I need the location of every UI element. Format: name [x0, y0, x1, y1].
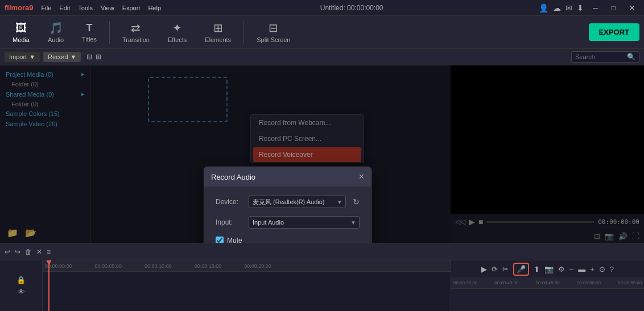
toolbar-media[interactable]: 🖼 Media	[5, 19, 38, 45]
lock-icon[interactable]: 🔒	[16, 276, 26, 284]
eye-icon[interactable]: 👁	[18, 288, 25, 296]
menu-bar: File Edit Tools View Export Help	[38, 3, 164, 13]
timeline-toolbar: ↩ ↪ 🗑 ✕ ≡	[0, 243, 644, 260]
titles-icon: T	[86, 22, 93, 34]
zoom-slider[interactable]: ▬	[578, 265, 585, 273]
transition-icon: ⇄	[131, 21, 141, 35]
toolbar-elements-label: Elements	[205, 36, 231, 43]
audio-icon: 🎵	[49, 21, 63, 35]
ruler-right-1: 00:00:40:00	[494, 280, 518, 285]
timeline-right-toolbar: ▶ ⟳ ✂ 🎤 ⬆ 📷 ⚙ – ▬ + ⊙ ?	[451, 260, 644, 277]
app-title: Untitled: 00:00:00:00	[320, 4, 383, 12]
device-label: Device:	[216, 198, 244, 206]
ruler-right-2: 00:00:45:00	[536, 280, 560, 285]
grid-icon[interactable]: ⊞	[96, 53, 101, 61]
effects-icon: ✦	[172, 21, 182, 35]
import-dropdown-arrow: ▼	[29, 53, 35, 60]
device-row: Device: 麦克风 (Realtek(R) Audio) ▼ ↻	[216, 196, 360, 208]
export-timeline-icon[interactable]: ⬆	[534, 265, 540, 273]
ruler-right-3: 00:00:50:00	[577, 280, 601, 285]
ruler-mark-1: 00:00:05:00	[95, 263, 122, 269]
toolbar-splitscreen[interactable]: ⊟ Split Screen	[249, 19, 298, 45]
main-toolbar: 🖼 Media 🎵 Audio T Titles ⇄ Transition ✦ …	[0, 16, 644, 49]
menu-file[interactable]: File	[38, 3, 55, 13]
timeline-track-area: 00:00:00:00 00:00:05:00 00:00:10:00 00:0…	[43, 260, 451, 311]
fit-icon[interactable]: ⊙	[599, 265, 605, 273]
search-icon: 🔍	[627, 53, 635, 61]
play-timeline-icon[interactable]: ▶	[481, 265, 487, 273]
splitscreen-icon: ⊟	[269, 21, 278, 35]
account-icon[interactable]: 👤	[539, 3, 548, 13]
toolbar-divider-1	[109, 21, 110, 44]
elements-icon: ⊞	[213, 21, 223, 35]
mute-label: Mute	[227, 237, 242, 243]
mute-checkbox[interactable]	[216, 237, 224, 243]
main-wrapper: Import ▼ Record ▼ ⊟ ⊞ 🔍 Project Media (0…	[0, 49, 644, 311]
close-button[interactable]: ✕	[625, 3, 639, 13]
toolbar-transition[interactable]: ⇄ Transition	[114, 19, 158, 45]
redo-icon[interactable]: ↪	[15, 248, 20, 256]
record-voice-timeline-icon[interactable]: 🎤	[513, 263, 529, 276]
menu-help[interactable]: Help	[145, 3, 164, 13]
toolbar-elements[interactable]: ⊞ Elements	[197, 19, 239, 45]
scissors-icon[interactable]: ✂	[502, 265, 509, 273]
loop-icon[interactable]: ⟳	[492, 265, 498, 273]
record-button[interactable]: Record ▼	[43, 52, 81, 62]
record-label: Record	[48, 53, 68, 60]
playhead[interactable]	[48, 260, 49, 311]
input-select-wrapper: Input Audio ▼	[249, 216, 360, 229]
export-button[interactable]: EXPORT	[589, 23, 639, 41]
toolbar-effects[interactable]: ✦ Effects	[160, 19, 195, 45]
filter-icon[interactable]: ⊟	[86, 53, 92, 61]
ruler-right-4: 00:00:55:00	[618, 280, 642, 285]
settings-timeline-icon[interactable]: ⚙	[558, 265, 565, 273]
menu-export[interactable]: Export	[119, 3, 144, 13]
input-label: Input:	[216, 218, 244, 226]
cut-icon[interactable]: ✕	[36, 248, 42, 256]
timeline-section: ↩ ↪ 🗑 ✕ ≡ 🔒 👁 00:00:00:00 00:00:05:00 00…	[0, 243, 644, 311]
menu-view[interactable]: View	[97, 3, 118, 13]
timeline-ruler: 00:00:00:00 00:00:05:00 00:00:10:00 00:0…	[43, 260, 451, 272]
menu-edit[interactable]: Edit	[56, 3, 73, 13]
ruler-right-0: 00:00:35:00	[453, 280, 477, 285]
toolbar-audio-label: Audio	[48, 36, 64, 43]
window-controls: 👤 ☁ ✉ ⬇ ─ □ ✕	[539, 3, 639, 13]
toolbar-media-label: Media	[13, 36, 30, 43]
device-select[interactable]: 麦克风 (Realtek(R) Audio)	[249, 196, 346, 208]
import-button[interactable]: Import ▼	[5, 52, 40, 62]
timeline-left: 🔒 👁	[0, 260, 43, 311]
dialog-body: Device: 麦克风 (Realtek(R) Audio) ▼ ↻ Input…	[204, 186, 371, 243]
camera-timeline-icon[interactable]: 📷	[544, 265, 554, 273]
zoom-out-icon[interactable]: –	[569, 265, 573, 273]
undo-icon[interactable]: ↩	[5, 248, 10, 256]
help-icon[interactable]: ?	[610, 265, 614, 273]
zoom-in-icon[interactable]: +	[590, 265, 595, 273]
toolbar-titles[interactable]: T Titles	[74, 20, 105, 45]
toolbar-divider-2	[243, 21, 244, 44]
cloud-icon[interactable]: ☁	[553, 3, 561, 13]
maximize-button[interactable]: □	[607, 3, 620, 13]
mail-icon[interactable]: ✉	[565, 3, 572, 13]
search-input[interactable]	[575, 53, 627, 60]
minimize-button[interactable]: ─	[588, 3, 602, 13]
timeline-body: 🔒 👁 00:00:00:00 00:00:05:00 00:00:10:00 …	[0, 260, 644, 311]
input-select[interactable]: Input Audio	[249, 216, 360, 229]
toolbar-titles-label: Titles	[82, 36, 97, 43]
record-dropdown-arrow: ▼	[71, 53, 77, 60]
media-toolbar: Import ▼ Record ▼ ⊟ ⊞ 🔍	[0, 49, 644, 65]
refresh-icon[interactable]: ↻	[353, 197, 360, 206]
ruler-mark-3: 00:00:15:00	[195, 263, 222, 269]
toolbar-audio[interactable]: 🎵 Audio	[40, 19, 72, 45]
input-row: Input: Input Audio ▼	[216, 216, 360, 229]
title-bar: filmora9 File Edit Tools View Export Hel…	[0, 0, 644, 16]
record-audio-dialog: Record Audio × Device: 麦克风 (Realtek(R) A…	[204, 167, 371, 243]
download-icon[interactable]: ⬇	[577, 3, 584, 13]
delete-icon[interactable]: 🗑	[25, 248, 32, 256]
timeline-ruler-right: 00:00:35:00 00:00:40:00 00:00:45:00 00:0…	[451, 277, 644, 289]
search-box: 🔍	[571, 51, 639, 63]
toolbar-transition-label: Transition	[122, 36, 150, 43]
media-icon: 🖼	[15, 22, 27, 35]
menu-icon[interactable]: ≡	[47, 248, 51, 256]
dialog-close-button[interactable]: ×	[359, 172, 364, 182]
menu-tools[interactable]: Tools	[75, 3, 96, 13]
